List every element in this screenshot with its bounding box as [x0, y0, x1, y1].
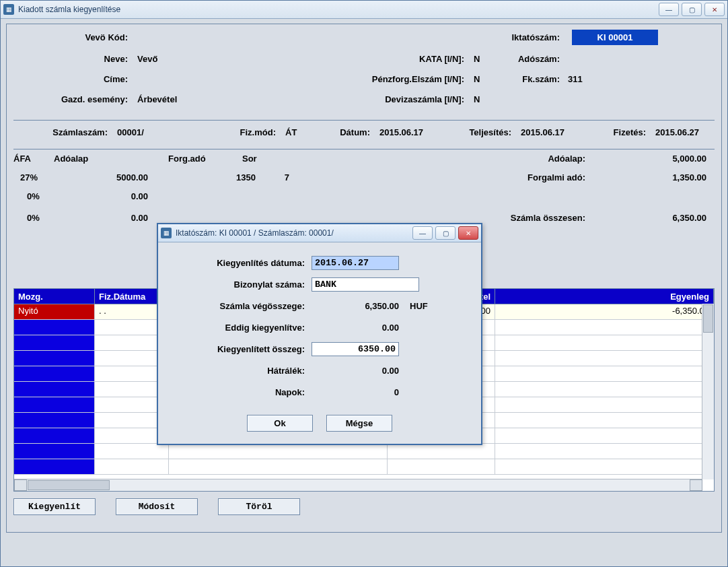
sum-total-value: 6,350.00 — [632, 213, 706, 223]
teljesites-label: Teljesítés: — [458, 127, 515, 137]
scroll-thumb[interactable] — [28, 480, 110, 490]
datum-value: 2015.06.17 — [377, 127, 423, 137]
col-egy[interactable]: Egyenleg — [495, 289, 714, 304]
kiegyenlitett-input[interactable] — [312, 342, 399, 356]
dialog-titlebar[interactable]: ▦ Iktatószám: KI 00001 / Számlaszám: 000… — [158, 224, 481, 242]
cell-egy: -6,350.00 — [495, 304, 714, 319]
kiegyenlitett-label: Kiegyenlített összeg: — [170, 344, 312, 354]
vertical-scrollbar[interactable] — [702, 304, 714, 479]
dialog-body: Kiegyenlítés dátuma: Bizonylat száma: Sz… — [158, 242, 481, 444]
separator-1 — [13, 120, 715, 121]
vegosszeg-label: Számla végösszege: — [170, 301, 312, 311]
minimize-button[interactable]: — — [659, 3, 679, 16]
hatralek-value: 0.00 — [312, 366, 403, 376]
sum-adoalap-value: 5,000.00 — [632, 154, 706, 164]
sum-forg-value: 1,350.00 — [632, 172, 706, 182]
scroll-right-icon[interactable] — [690, 479, 702, 491]
iktatoszam-label: Iktatószám: — [493, 32, 564, 42]
main-titlebar[interactable]: ▦ Kiadott számla kiegyenlítése — ▢ ✕ — [1, 1, 727, 19]
cancel-button[interactable]: Mégse — [326, 415, 392, 432]
dialog-maximize-button[interactable]: ▢ — [435, 226, 456, 240]
adoszam-label: Adószám: — [493, 54, 564, 64]
vat-block: ÁFA Adóalap Forg.adó Sor 27% 5000.00 135… — [13, 154, 715, 221]
hatralek-label: Hátrálék: — [170, 366, 312, 376]
teljesites-value: 2015.06.17 — [518, 127, 565, 137]
scroll-left-icon[interactable] — [14, 479, 27, 491]
action-buttons: Kiegyenlít Módosít Töröl — [13, 498, 715, 515]
vat-row-0-forgado: 1350 — [202, 172, 256, 182]
sum-total-label: Számla összesen: — [484, 213, 589, 223]
dialog-icon: ▦ — [161, 228, 172, 238]
dialog-buttons: Ok Mégse — [170, 415, 469, 432]
adoalap-header: Adóalap — [54, 154, 112, 164]
deviza-label: Devizaszámla [I/N]: — [350, 94, 468, 104]
app-icon: ▦ — [3, 4, 14, 15]
ok-button[interactable]: Ok — [247, 415, 313, 432]
neve-value: Vevő — [135, 54, 157, 64]
header-block: Vevö Kód: Iktatószám: KI 00001 Neve: Vev… — [13, 30, 715, 116]
table-row[interactable] — [14, 459, 714, 475]
bizonylat-input[interactable] — [312, 277, 419, 292]
eddig-label: Eddig kiegyenlítve: — [170, 323, 312, 333]
kiegyenlit-button[interactable]: Kiegyenlít — [13, 498, 96, 515]
col-mozg[interactable]: Mozg. — [14, 289, 95, 304]
szamlaszam-label: Számlaszám: — [34, 127, 112, 137]
dialog-title: Iktatószám: KI 00001 / Számlaszám: 00001… — [176, 228, 334, 238]
window-title: Kiadott számla kiegyenlítése — [18, 5, 120, 14]
kata-value: N — [471, 54, 480, 64]
main-window: ▦ Kiadott számla kiegyenlítése — ▢ ✕ Vev… — [0, 0, 728, 567]
datum-label: Dátum: — [330, 127, 374, 137]
fkszam-value: 311 — [565, 74, 583, 84]
separator-2 — [13, 149, 715, 149]
sor-header: Sor — [242, 154, 273, 164]
maximize-button[interactable]: ▢ — [682, 3, 702, 16]
dialog-close-button[interactable]: ✕ — [458, 226, 478, 240]
vegosszeg-value: 6,350.00 — [312, 301, 403, 311]
afa-header: ÁFA — [13, 154, 44, 164]
vat-row-2-afa: 0% — [27, 213, 40, 223]
fkszam-label: Fk.szám: — [493, 74, 564, 84]
vat-row-2-adoalap: 0.00 — [81, 213, 148, 223]
fizetes-label: Fizetés: — [606, 127, 650, 137]
iktatoszam-badge: KI 00001 — [572, 30, 658, 45]
deviza-value: N — [471, 94, 480, 104]
szamlaszam-value: 00001/ — [114, 127, 144, 137]
fizetes-value: 2015.06.27 — [653, 127, 699, 137]
modosit-button[interactable]: Módosít — [116, 498, 198, 515]
settlement-dialog: ▦ Iktatószám: KI 00001 / Számlaszám: 000… — [157, 223, 482, 445]
vegosszeg-unit: HUF — [403, 301, 443, 311]
torol-button[interactable]: Töröl — [218, 498, 300, 515]
penzforg-label: Pénzforg.Elszám [I/N]: — [350, 74, 468, 84]
vat-row-0-afa: 27% — [20, 172, 38, 182]
napok-label: Napok: — [170, 387, 312, 397]
sum-adoalap-label: Adóalap: — [511, 154, 589, 164]
kata-label: KATA [I/N]: — [350, 54, 468, 64]
close-button[interactable]: ✕ — [704, 3, 725, 16]
gazd-value: Árbevétel — [135, 94, 177, 104]
forgado-header: Forg.adó — [168, 154, 226, 164]
table-row[interactable] — [14, 444, 714, 459]
neve-label: Neve: — [40, 54, 132, 64]
invoice-row: Számlaszám: 00001/ Fiz.mód: ÁT Dátum: 20… — [13, 125, 715, 145]
cime-label: Címe: — [40, 74, 132, 84]
date-label: Kiegyenlítés dátuma: — [170, 258, 312, 268]
fizmod-label: Fiz.mód: — [229, 127, 280, 137]
napok-value: 0 — [312, 387, 403, 397]
sum-forg-label: Forgalmi adó: — [511, 172, 589, 182]
vevo-kod-label: Vevö Kód: — [40, 32, 132, 42]
vat-row-1-adoalap: 0.00 — [81, 191, 148, 201]
penzforg-value: N — [471, 74, 480, 84]
date-input[interactable] — [312, 256, 399, 270]
fizmod-value: ÁT — [283, 127, 297, 137]
horizontal-scrollbar[interactable] — [14, 479, 702, 491]
eddig-value: 0.00 — [312, 323, 403, 333]
gazd-label: Gazd. esemény: — [40, 94, 132, 104]
bizonylat-label: Bizonylat száma: — [170, 279, 312, 290]
scroll-thumb[interactable] — [703, 304, 713, 333]
cell-mozg: Nyitó — [14, 304, 95, 319]
vat-row-0-adoalap: 5000.00 — [81, 172, 148, 182]
vat-row-0-sor: 7 — [269, 172, 289, 182]
dialog-minimize-button[interactable]: — — [412, 226, 433, 240]
vat-row-1-afa: 0% — [27, 191, 40, 201]
